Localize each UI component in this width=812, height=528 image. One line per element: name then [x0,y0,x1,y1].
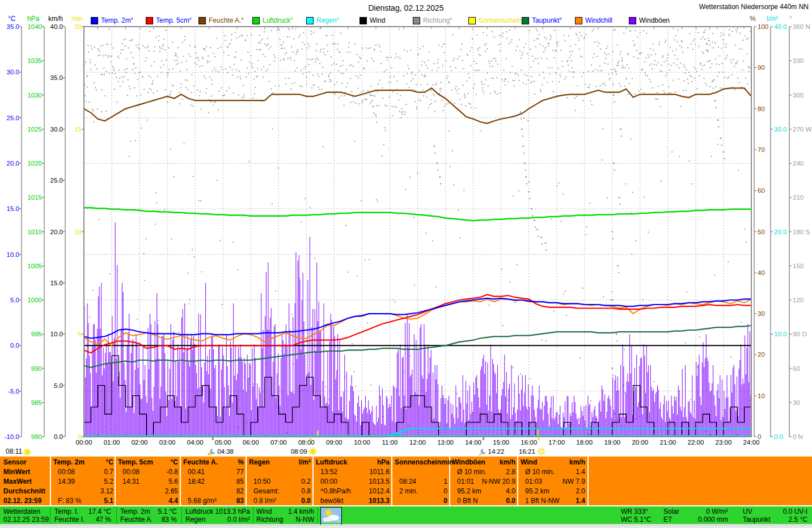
svg-text:01:00: 01:00 [104,439,120,446]
stat-value: 1012.4 [369,487,390,497]
svg-text:240: 240 [793,160,803,167]
stat-label: bewölkt [315,497,344,506]
svg-text:1010: 1010 [27,229,42,235]
svg-text:1020: 1020 [27,160,42,167]
stat-label: 18:42 [182,478,205,487]
stat-label [117,487,122,497]
svg-text:08:00: 08:00 [298,439,315,446]
svg-text:300: 300 [793,92,803,99]
axis-hpa: 1040103510301025102010151010100510009959… [27,23,44,440]
column-name: Feuchte A. [182,458,218,468]
svg-text:35.0: 35.0 [50,74,63,81]
column-unit: °C [106,458,113,468]
table-separator [246,457,247,505]
table-separator [391,457,392,505]
column-name: Wind [519,458,537,468]
svg-text:22:00: 22:00 [688,439,704,446]
stat-value: 2.8 [506,468,515,478]
status-right-cell-1: Solar0 W/m²ET0.000 mm [663,506,730,524]
stat-label: 0.8 l/m² [248,497,276,506]
status-cell-2: Temp. 2m5.1 °CFeuchte A.83 % [120,506,179,524]
column-unit: km/h [500,458,515,468]
svg-text:%: % [750,15,756,23]
svg-text:11:00: 11:00 [382,439,397,446]
status-bar: Wetterdaten02.12.25 23:59Temp. I.17.4 °C… [0,506,812,524]
svg-text:19:00: 19:00 [604,439,620,446]
svg-text:04:38: 04:38 [217,448,234,455]
svg-text:990: 990 [31,365,42,372]
stat-value: 83 [236,497,244,506]
status-separator [318,507,318,523]
status-right-cell-2: UV0.0 UV-ITaupunkt2.5 °C [743,506,810,524]
stat-label: ^0.8hPa/h [315,487,351,497]
svg-text:0.0: 0.0 [774,433,783,440]
svg-text:10: 10 [74,229,82,235]
svg-text:40.0: 40.0 [50,23,63,30]
status-label: WC 5.1°C [621,516,651,524]
svg-text:min: min [71,15,82,23]
svg-text:08:09: 08:09 [291,448,307,455]
svg-text:08:11: 08:11 [6,447,22,455]
stat-value: 0.8 [301,487,311,497]
svg-text:330: 330 [793,57,803,64]
svg-text:05:00: 05:00 [215,439,231,446]
svg-text:12:00: 12:00 [409,439,426,446]
stat-value: 5.1 [104,497,113,506]
svg-text:25.0: 25.0 [50,177,63,184]
svg-text:30.0: 30.0 [50,126,63,133]
stat-label: 00:00 [315,478,337,487]
status-separator [253,507,253,523]
sunrise-marker: 08:09 [291,447,317,456]
column-name: Regen [248,458,270,468]
stat-value: 77 [236,468,244,478]
svg-text:07:00: 07:00 [270,439,287,446]
stat-value: NW 7.9 [563,478,585,487]
svg-text:1000: 1000 [27,297,42,303]
stats-row-label: Sensor [3,458,27,468]
svg-text:20: 20 [758,351,765,358]
stat-value: 1013.3 [369,497,390,506]
status-label: Feuchte I. [54,516,84,524]
table-separator [587,457,589,505]
stat-value: 2.65 [165,487,178,497]
svg-text:16:21: 16:21 [519,448,535,455]
stats-row-label: Durchschnitt [3,487,45,497]
svg-text:20.0: 20.0 [50,229,63,235]
stat-label: Ø 10 min. [519,468,555,478]
stat-label: 95.2 km [451,487,481,497]
stats-column-feuchte-a-: Feuchte A.%00:417718:4285825.68 g/m³83 [182,457,245,505]
svg-text:15.0: 15.0 [50,280,63,286]
svg-text:15:00: 15:00 [493,439,509,446]
stat-value: 4.4 [168,497,178,506]
status-separator [116,507,117,523]
status-value: 0 W/m² [706,508,728,516]
svg-text:150: 150 [793,263,803,269]
stat-value: 5.6 [168,478,178,487]
stat-label: 01:03 [519,478,542,487]
svg-text:10.0: 10.0 [50,331,63,337]
stats-column-wind: Windkm/hØ 10 min.1.401:03NW 7.995.2 km2.… [519,457,586,505]
stat-value: 4.0 [506,487,515,497]
stat-value: 0.7 [104,468,113,478]
svg-text:20:00: 20:00 [632,439,648,446]
svg-text:60: 60 [758,187,765,194]
svg-text:10: 10 [758,392,765,399]
svg-text:40: 40 [758,269,765,276]
svg-text:°: ° [789,15,792,23]
stat-label: 00:08 [52,468,75,478]
svg-text:60: 60 [793,365,800,372]
status-cell-1: Temp. I.17.4 °CFeuchte I.47 % [54,506,113,524]
svg-text:180 S: 180 S [793,229,810,235]
svg-text:-10.0: -10.0 [5,433,19,440]
stats-row-label: MaxWert [3,478,32,487]
stat-label [394,468,399,478]
series-temp-5cm [84,294,751,353]
axis-celsius: 35.030.025.020.015.010.05.00.0-5.0-10.0 [5,23,22,440]
stat-value: 1013.5 [369,478,390,487]
svg-text:-5.0: -5.0 [8,388,19,395]
svg-text:995: 995 [31,331,42,337]
svg-text:35.0: 35.0 [7,23,19,30]
svg-text:21:00: 21:00 [659,439,676,446]
svg-text:50: 50 [758,229,765,235]
column-name: Temp. 5cm [117,458,153,468]
